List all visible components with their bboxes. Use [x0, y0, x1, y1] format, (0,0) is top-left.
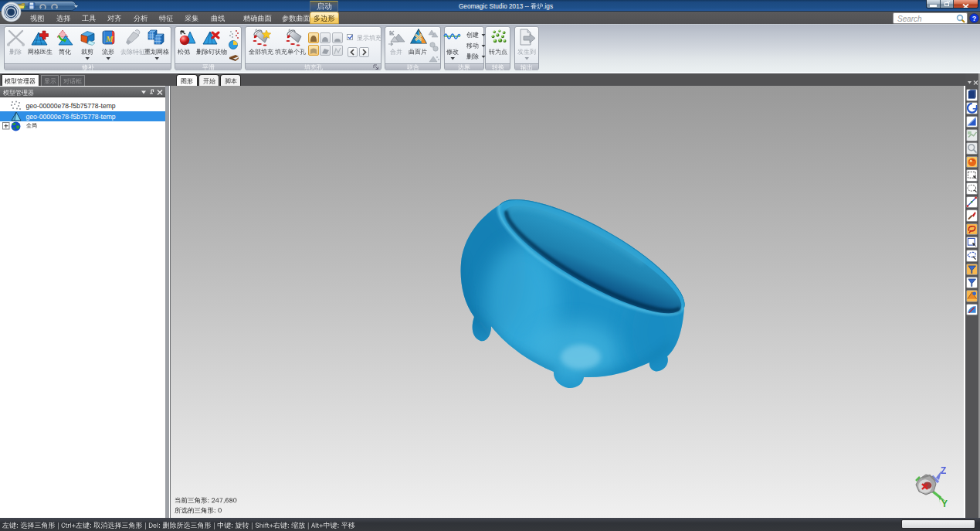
svg-text:?: ? [972, 15, 977, 22]
svg-text:Y: Y [941, 499, 948, 509]
svg-text:M: M [105, 34, 114, 43]
svg-text:Z: Z [941, 465, 946, 476]
